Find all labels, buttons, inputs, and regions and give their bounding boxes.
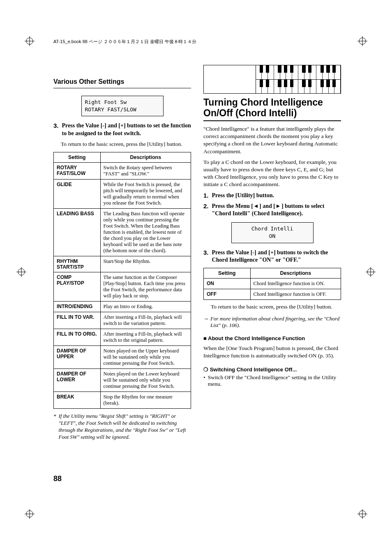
cross-reference: → For more information about chord finge… [203,315,341,329]
lcd-line: Chord Intelli [235,225,310,233]
setting-desc: Stop the Rhythm for one measure (break). [100,391,191,408]
setting-name: COMP PLAY/STOP [54,272,101,301]
bullet-item: • Switch OFF the "Chord Intelligence" se… [203,374,341,387]
registration-mark-icon [357,509,367,519]
right-arrow-icon [277,205,280,208]
step-number: 1. [203,192,209,199]
sub-heading-text: About the Chord Intelligence Function [208,335,305,341]
table-row: OFFChord Intelligence function is OFF. [204,289,341,299]
step-text-part: ] and [ [259,203,275,209]
lcd-display: Right Foot Sw ROTARY FAST/SLOW [81,96,164,116]
step-number: 3. [203,249,209,264]
left-arrow-icon [254,205,258,208]
body-text: To play a C chord on the Lower keyboard,… [203,159,341,189]
step-item: 3. Press the Value [-] and [+] buttons t… [53,122,191,137]
circle-bullet-icon: ❍ [203,366,208,373]
left-column: Various Other Settings Right Foot Sw ROT… [53,62,191,441]
registration-mark-icon [16,267,26,277]
setting-name: LEADING BASS [54,208,101,256]
right-column: Turning Chord Intelligence On/Off (Chord… [203,62,341,441]
step-item: 2. Press the Menu [ ] and [ ] buttons to… [203,203,341,217]
lcd-line: Right Foot Sw [85,99,160,106]
lcd-line: ON [235,233,310,240]
setting-name: BREAK [54,391,101,408]
setting-desc: Play an Intro or Ending. [100,301,191,312]
setting-desc: Chord Intelligence function is OFF. [250,289,341,299]
step-text: Press the Menu [ ] and [ ] buttons to se… [212,203,341,217]
footnote-star: * [53,413,56,441]
step-text: Press the Value [-] and [+] buttons to s… [62,122,191,137]
sub-heading-text: Switching Chord Intelligence Off... [210,366,297,373]
bullet-text: Switch OFF the "Chord Intelligence" sett… [208,374,341,387]
table-header: Setting [54,152,101,162]
setting-name: RHYTHM START/STP [54,256,101,272]
reference-text: For more information about chord fingeri… [210,315,341,329]
sub-heading: ■ About the Chord Intelligence Function [203,335,341,341]
setting-desc: Notes played on the Lower keyboard will … [100,368,191,391]
page-meta: AT-15_e.book 88 ページ ２００５年１月２１日 金曜日 午後８時１… [53,39,196,45]
keyboard-diagram-icon [203,65,341,94]
section-heading: Various Other Settings [53,78,191,85]
footnote-text: If the Utility menu "Regist Shift" setti… [59,413,191,441]
setting-desc: Switch the Rotary speed between "FAST" a… [100,162,191,179]
registration-mark-icon [357,36,367,46]
section-heading: Turning Chord Intelligence On/Off (Chord… [203,97,341,119]
lcd-line: ROTARY FAST/SLOW [85,106,160,113]
step-item: 1. Press the [Utility] button. [203,192,341,199]
table-row: DAMPER OF LOWERNotes played on the Lower… [54,368,191,391]
table-row: BREAKStop the Rhythm for one measure (br… [54,391,191,408]
setting-desc: Chord Intelligence function is ON. [250,278,341,289]
setting-name: ON [204,278,251,289]
table-row: ONChord Intelligence function is ON. [204,278,341,289]
table-row: LEADING BASSThe Leading Bass function wi… [54,208,191,256]
table-row: RHYTHM START/STPStart/Stop the Rhythm. [54,256,191,272]
step-text-part: Press the Menu [ [212,203,253,209]
step-text: Press the [Utility] button. [212,192,274,199]
body-text: To return to the basic screen, press the… [211,303,341,311]
table-header: Setting [204,268,251,278]
arrow-icon: → [203,315,209,329]
table-header: Descriptions [100,152,191,162]
setting-name: DAMPER OF LOWER [54,368,101,391]
lcd-display: Chord Intelli ON [231,222,314,243]
table-row: DAMPER OF UPPERNotes played on the Upper… [54,345,191,368]
sub-heading: ❍ Switching Chord Intelligence Off... [203,366,341,373]
setting-name: FILL IN TO ORIG. [54,329,101,345]
divider [53,88,191,88]
setting-name: DAMPER OF UPPER [54,345,101,368]
setting-name: GLIDE [54,179,101,208]
step-number: 3. [53,122,59,137]
setting-desc: While the Foot Switch is pressed, the pi… [100,179,191,208]
table-row: ROTARY FAST/SLOWSwitch the Rotary speed … [54,162,191,179]
settings-table: Setting Descriptions ONChord Intelligenc… [203,268,341,300]
bullet-dot: • [203,374,205,387]
page-number: 88 [53,474,62,483]
setting-name: INTRO/ENDING [54,301,101,312]
setting-desc: The same function as the Composer [Play/… [100,272,191,301]
step-number: 2. [203,203,209,217]
step-item: 3. Press the Value [-] and [+] buttons t… [203,249,341,264]
setting-desc: After inserting a Fill-In, playback will… [100,312,191,329]
setting-name: FILL IN TO VAR. [54,312,101,329]
footnote: * If the Utility menu "Regist Shift" set… [53,413,191,441]
divider [203,120,341,121]
setting-desc: Notes played on the Upper keyboard will … [100,345,191,368]
square-bullet-icon: ■ [203,335,207,341]
table-row: GLIDEWhile the Foot Switch is pressed, t… [54,179,191,208]
body-text: To return to the basic screen, press the… [61,140,191,148]
settings-table: Setting Descriptions ROTARY FAST/SLOWSwi… [53,152,191,409]
table-row: FILL IN TO ORIG.After inserting a Fill-I… [54,329,191,345]
registration-mark-icon [366,267,376,277]
setting-desc: The Leading Bass function will operate o… [100,208,191,256]
setting-desc: After inserting a Fill-In, playback will… [100,329,191,345]
registration-mark-icon [25,509,35,519]
registration-mark-icon [25,36,35,46]
body-text: When the [One Touch Program] button is p… [203,345,341,359]
table-row: FILL IN TO VAR.After inserting a Fill-In… [54,312,191,329]
setting-name: OFF [204,289,251,299]
setting-desc: Start/Stop the Rhythm. [100,256,191,272]
step-text: Press the Value [-] and [+] buttons to s… [212,249,341,264]
table-row: COMP PLAY/STOPThe same function as the C… [54,272,191,301]
setting-name: ROTARY FAST/SLOW [54,162,101,179]
body-text: "Chord Intelligence" is a feature that i… [203,125,341,155]
